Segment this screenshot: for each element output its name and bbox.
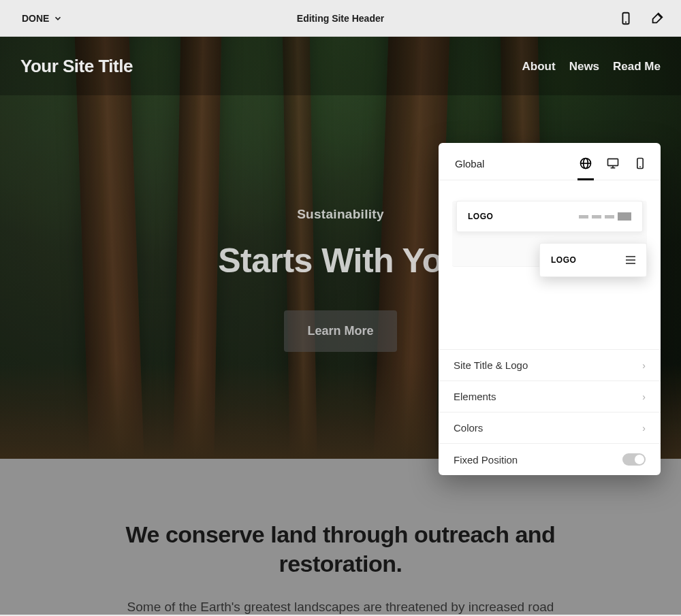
- section-heading: We conserve land through outreach and re…: [68, 520, 613, 578]
- option-elements[interactable]: Elements ›: [439, 381, 661, 412]
- done-button-label: DONE: [22, 13, 49, 24]
- site-nav: About News Read Me: [522, 60, 661, 74]
- option-colors[interactable]: Colors ›: [439, 412, 661, 444]
- option-label: Site Title & Logo: [454, 359, 528, 371]
- layout-option-hamburger[interactable]: LOGO: [539, 243, 647, 277]
- panel-layout-preview: LOGO LOGO: [439, 180, 661, 349]
- device-mobile-icon[interactable]: [618, 11, 633, 26]
- section-body: Some of the Earth's greatest landscapes …: [68, 600, 613, 615]
- site-title[interactable]: Your Site Title: [20, 56, 133, 77]
- device-tabs: [579, 157, 647, 170]
- chevron-right-icon: ›: [642, 360, 646, 371]
- option-fixed-position[interactable]: Fixed Position: [439, 444, 661, 475]
- header-editor-panel: Global LOGO LOGO: [439, 143, 661, 475]
- nav-link-about[interactable]: About: [522, 60, 556, 74]
- panel-header: Global: [439, 143, 661, 180]
- device-tab-desktop[interactable]: [606, 157, 620, 170]
- hero-cta-button[interactable]: Learn More: [284, 310, 396, 352]
- chevron-down-icon: [53, 14, 63, 23]
- editor-top-bar: DONE Editing Site Header: [0, 0, 681, 37]
- desktop-icon: [606, 157, 620, 170]
- option-label: Elements: [454, 391, 496, 402]
- layout-logo-label: LOGO: [468, 212, 493, 221]
- option-label: Fixed Position: [454, 454, 518, 466]
- svg-rect-5: [608, 159, 618, 165]
- panel-scope-label: Global: [455, 158, 484, 169]
- chevron-right-icon: ›: [642, 423, 646, 434]
- globe-icon: [579, 157, 592, 170]
- hamburger-icon: [626, 256, 635, 264]
- layout-logo-label-b: LOGO: [551, 255, 576, 265]
- nav-link-readme[interactable]: Read Me: [613, 60, 661, 74]
- content-section: We conserve land through outreach and re…: [0, 459, 681, 615]
- site-header[interactable]: Your Site Title About News Read Me: [0, 37, 681, 96]
- fixed-position-toggle[interactable]: [622, 453, 646, 466]
- nav-placeholder-icon: [579, 212, 631, 221]
- option-site-title-logo[interactable]: Site Title & Logo ›: [439, 350, 661, 381]
- done-button[interactable]: DONE: [22, 13, 63, 24]
- editor-mode-title: Editing Site Header: [297, 13, 384, 24]
- mobile-icon: [633, 157, 647, 170]
- option-label: Colors: [454, 422, 483, 434]
- device-tab-mobile[interactable]: [633, 157, 647, 170]
- nav-link-news[interactable]: News: [569, 60, 599, 74]
- layout-option-inline[interactable]: LOGO: [456, 201, 643, 232]
- panel-options-list: Site Title & Logo › Elements › Colors › …: [439, 349, 661, 475]
- device-tab-global[interactable]: [579, 157, 592, 170]
- chevron-right-icon: ›: [642, 391, 646, 402]
- paintbrush-icon[interactable]: [650, 11, 665, 26]
- editor-actions: [618, 11, 665, 26]
